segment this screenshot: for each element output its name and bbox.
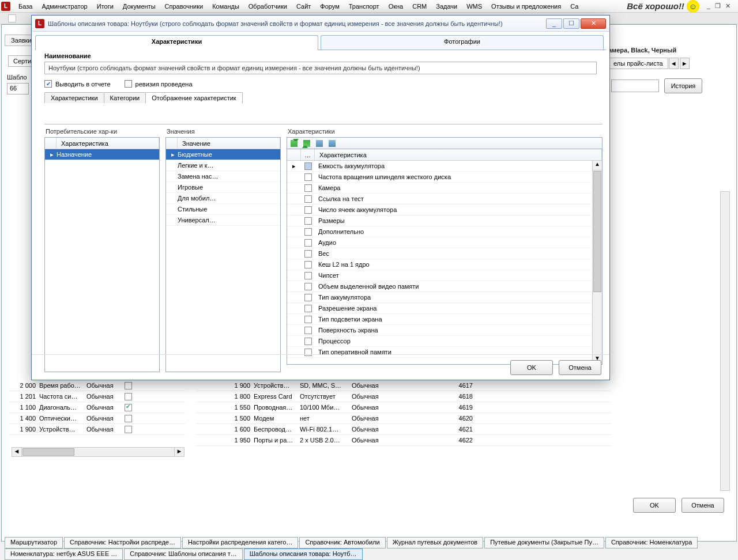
doctab[interactable]: Путевые документы (Закрытые Пу…	[484, 537, 604, 548]
doctab[interactable]: Справочник: Автомобили	[299, 537, 385, 548]
checkbox-revision-box[interactable]	[125, 80, 132, 88]
col3-scrollbar[interactable]: ▲ ▼	[592, 161, 602, 364]
toolbar-icon[interactable]	[8, 14, 16, 22]
doctab[interactable]: Маршрутизатор	[5, 537, 63, 548]
list-item[interactable]: Камера	[287, 183, 592, 194]
list-item[interactable]: Чипсет	[287, 270, 592, 281]
scroll-right-icon[interactable]: ►	[174, 448, 184, 456]
list-item[interactable]: Размеры	[287, 215, 592, 226]
table-row[interactable]: 1 950Порты и ра…2 x USB 2.0…Обычная4622	[196, 435, 611, 446]
bg-right-tab-pricelist[interactable]: елы прайс-листа	[608, 58, 668, 69]
table-row[interactable]: 1 800Express CardОтсутствуетОбычная4618	[196, 391, 611, 402]
dialog-close-button[interactable]: ✕	[581, 18, 606, 29]
list-item[interactable]: Стильные	[166, 204, 280, 215]
list-item[interactable]: ▸Бюджетные	[166, 149, 280, 160]
menu-CRM[interactable]: CRM	[408, 1, 431, 12]
list-item[interactable]: Вес	[287, 248, 592, 259]
dialog-maximize-button[interactable]: ☐	[563, 18, 579, 29]
toolbar-action1-icon[interactable]	[316, 140, 323, 147]
list-item[interactable]: Дополнительно	[287, 226, 592, 237]
table-row[interactable]: 1 201Частота си…Обычная	[9, 391, 185, 402]
scroll-up-icon[interactable]: ▲	[593, 161, 602, 171]
checkbox-revision[interactable]: ревизия проведена	[125, 80, 193, 88]
table-row[interactable]: 1 900Устройств…Обычная	[9, 424, 185, 435]
list-item[interactable]: Частота вращения шпинделя жесткого диска	[287, 172, 592, 183]
list-item[interactable]: Число ячеек аккумулятора	[287, 205, 592, 215]
bg-ok-button[interactable]: OK	[633, 498, 676, 513]
mdi-minimize-icon[interactable]: _	[705, 2, 712, 10]
list-item[interactable]: Для мобил…	[166, 193, 280, 204]
doctab[interactable]: Шаблоны описания товара: Ноутб…	[244, 548, 363, 560]
tab-nav-left-icon[interactable]: ◄	[669, 58, 679, 69]
doctab[interactable]: Справочник: Шаблоны описания т…	[124, 548, 242, 560]
scroll-left-icon[interactable]: ◄	[12, 448, 22, 456]
menu-Документы[interactable]: Документы	[118, 1, 160, 12]
toolbar-action2-icon[interactable]	[329, 140, 336, 147]
checkbox-report-box[interactable]	[44, 80, 52, 88]
list-item[interactable]: Разрешение экрана	[287, 303, 592, 314]
table-row[interactable]: 2 000Время рабо…Обычная	[9, 380, 185, 391]
menu-Обработчики[interactable]: Обработчики	[244, 1, 292, 12]
list-item[interactable]: Универсал…	[166, 215, 280, 226]
doctab[interactable]: Справочник: Настройки распреде…	[64, 537, 181, 548]
subtab-categories[interactable]: Категории	[104, 92, 146, 103]
menu-Сайт[interactable]: Сайт	[292, 1, 315, 12]
menu-Итоги[interactable]: Итоги	[92, 1, 118, 12]
list-item[interactable]: Процессор	[287, 336, 592, 347]
list-item[interactable]: Тип подсветки экрана	[287, 314, 592, 325]
doctab[interactable]: Настройки распределения катего…	[182, 537, 298, 548]
list-item[interactable]: Кеш L2 на 1 ядро	[287, 259, 592, 270]
doctab[interactable]: Журнал путевых документов	[387, 537, 483, 548]
list-item[interactable]: Легкие и к…	[166, 160, 280, 171]
menu-Са[interactable]: Са	[566, 1, 583, 12]
menu-База[interactable]: База	[14, 1, 37, 12]
subtab-display[interactable]: Отображение характеристик	[145, 92, 242, 103]
bg-shablon-value[interactable]: 66	[7, 83, 29, 94]
list-item[interactable]: Тип аккумулятора	[287, 292, 592, 303]
list-item[interactable]: Объем выделенной видео памяти	[287, 281, 592, 292]
dialog-cancel-button[interactable]: Отмена	[559, 360, 601, 375]
menu-WMS[interactable]: WMS	[462, 1, 487, 12]
table-row[interactable]: 1 500МодемнетОбычная4620	[196, 413, 611, 424]
bg-right-scrollbar[interactable]	[720, 191, 730, 491]
list-item[interactable]: Аудио	[287, 237, 592, 248]
tab-characteristics[interactable]: Характеристики	[35, 35, 318, 50]
bg-left-hscrollbar[interactable]: ◄ ►	[12, 447, 184, 457]
mdi-close-icon[interactable]: ✕	[724, 2, 732, 10]
list-item[interactable]: Игровые	[166, 182, 280, 193]
subtab-characteristics[interactable]: Характеристики	[44, 92, 104, 103]
bg-search-input[interactable]	[611, 80, 659, 92]
doctab[interactable]: Справочник: Номенклатура	[605, 537, 698, 548]
list-item[interactable]: Замена нас…	[166, 171, 280, 182]
doctab[interactable]: Номенклатура: нетбук ASUS EEE …	[5, 548, 123, 560]
scroll-thumb[interactable]	[593, 171, 601, 292]
menu-Отзывы и предложения[interactable]: Отзывы и предложения	[487, 1, 566, 12]
toolbar-move-up-icon[interactable]	[291, 140, 298, 147]
list-item[interactable]: ▸Назначение	[45, 149, 159, 160]
tab-photos[interactable]: Фотографии	[321, 35, 604, 50]
table-row[interactable]: 1 400Оптически…Обычная	[9, 413, 185, 424]
table-row[interactable]: 1 550Проводная…10/100 Мби…Обычная4619	[196, 402, 611, 413]
history-button[interactable]: История	[664, 78, 702, 93]
mdi-restore-icon[interactable]: ❐	[713, 2, 722, 10]
tab-nav-right-icon[interactable]: ►	[680, 58, 690, 69]
table-row[interactable]: 1 600Беспровод…Wi-Fi 802.1…Обычная4621	[196, 424, 611, 435]
menu-Транспорт[interactable]: Транспорт	[344, 1, 384, 12]
list-item[interactable]: ▸Емкость аккумулятора	[287, 161, 592, 172]
menu-Справочники[interactable]: Справочники	[160, 1, 208, 12]
list-item[interactable]: Поверхность экрана	[287, 325, 592, 336]
name-input[interactable]	[44, 62, 597, 74]
table-row[interactable]: 1 900Устройств…SD, MMC, S…Обычная4617	[196, 380, 611, 391]
toolbar-move-down-icon[interactable]	[303, 140, 310, 147]
menu-Команды[interactable]: Команды	[208, 1, 244, 12]
menu-Окна[interactable]: Окна	[384, 1, 408, 12]
scroll-thumb[interactable]	[22, 448, 74, 456]
table-row[interactable]: 1 100Диагональ…Обычная	[9, 402, 185, 413]
dialog-minimize-button[interactable]: _	[546, 18, 562, 29]
checkbox-report[interactable]: Выводить в отчете	[44, 80, 111, 88]
dialog-ok-button[interactable]: OK	[510, 360, 553, 375]
list-item[interactable]: Ссылка на тест	[287, 194, 592, 205]
bg-cancel-button[interactable]: Отмена	[681, 498, 724, 513]
menu-Форум[interactable]: Форум	[315, 1, 344, 12]
menu-Задачи[interactable]: Задачи	[431, 1, 462, 12]
